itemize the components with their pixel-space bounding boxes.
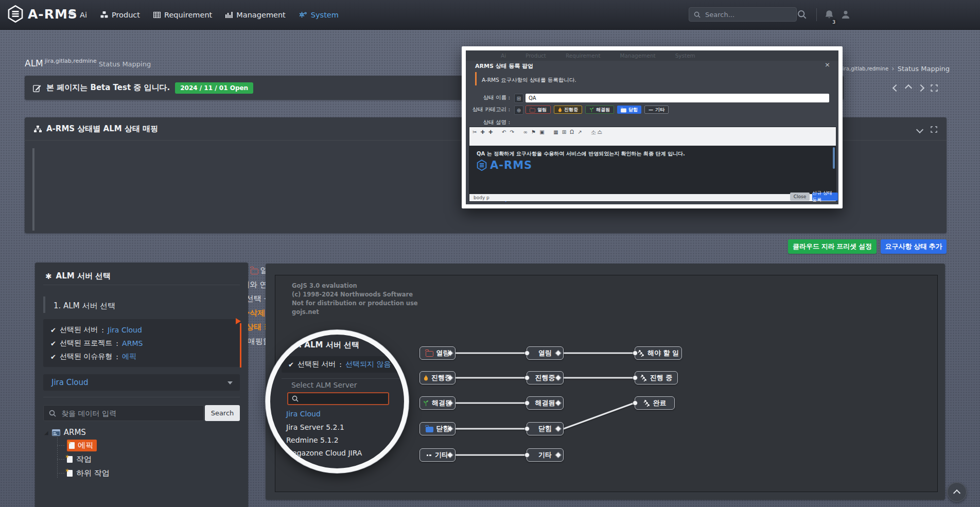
step-title: 1. ALM 서버 선택 <box>54 301 115 311</box>
magnifier-selected-row: ✔ 선택된 서버: 선택되지 않음 <box>288 360 391 369</box>
folder-open-red-icon <box>530 108 535 112</box>
popup-accent-bar <box>475 72 477 85</box>
tree-root-arms[interactable]: ◢ ARMS <box>44 428 86 437</box>
popup-modal: Ai Product Requirement Management System… <box>466 50 838 204</box>
tree-item-subtask[interactable]: 하위 작업 <box>67 468 110 478</box>
magnifier-server-option: Megazone Cloud JIRA <box>286 449 362 457</box>
search-icon <box>49 410 56 417</box>
tree-item-task[interactable]: 작업 <box>67 454 92 464</box>
beta-date-badge[interactable]: 2024 / 11 / 01 Open <box>175 82 253 94</box>
chevron-left-icon[interactable] <box>892 84 900 92</box>
node-status-etc[interactable]: 기타 <box>527 448 564 462</box>
breadcrumb-separator-icon: › <box>891 64 895 73</box>
chevron-up-icon[interactable] <box>905 84 912 92</box>
folder-closed-white-icon <box>621 108 626 112</box>
scroll-to-top-button[interactable] <box>947 482 967 502</box>
navbar-search[interactable] <box>689 7 797 22</box>
table-icon <box>153 12 161 18</box>
sidebar-title: ✱ ALM 서버 선택 <box>45 271 111 281</box>
jira-preset-button[interactable]: 클라우드 지라 프리셋 설정 <box>788 239 877 254</box>
folder-open-red-icon <box>426 351 433 357</box>
issuetype-page-icon <box>69 442 75 449</box>
search-icon <box>694 11 701 18</box>
tree-expander-icon[interactable]: ◢ <box>44 430 48 435</box>
divider <box>282 378 409 379</box>
asterisk-icon: ✱ <box>45 272 52 281</box>
info-panel-header-icons <box>917 126 937 133</box>
flame-icon <box>424 375 428 381</box>
node-category-etc[interactable]: 기타 <box>419 448 456 462</box>
status-category-label: 상태 카테고리 : <box>468 106 510 113</box>
collapse-chevron-icon[interactable] <box>916 126 923 133</box>
node-status-closed[interactable]: 닫힘 <box>527 422 564 435</box>
chip-etc: —기타 <box>644 106 669 114</box>
nav-label: Product <box>112 11 140 19</box>
popup-submit-button: 신규 상태 등록 <box>812 193 838 201</box>
notification-badge[interactable]: 3 <box>830 19 837 26</box>
main-menu: Ai Product Requirement Management System <box>68 0 339 29</box>
tree-guide-line <box>57 473 64 474</box>
search-input[interactable] <box>704 10 789 19</box>
add-status-button[interactable]: 요구사항 상태 추가 <box>881 239 947 254</box>
tree-search-input[interactable] <box>60 409 186 418</box>
nav-item-requirement[interactable]: Requirement <box>153 11 212 19</box>
node-category-progress[interactable]: 진행중 <box>419 371 456 384</box>
bar-chart-icon <box>225 12 233 18</box>
selected-tree-highlight: 에픽 <box>67 440 97 451</box>
editor-text: QA 는 정확하게 요구사항을 수용하여 서비스에 반영되었는지 확인하는 최종… <box>477 150 685 158</box>
node-status-resolved[interactable]: 해결됨 <box>527 396 564 410</box>
tree-search-box[interactable] <box>43 405 204 421</box>
category-chips: 열림 진행중 해결됨 닫힘 —기타 <box>526 106 669 114</box>
nav-item-system[interactable]: System <box>299 11 339 19</box>
popup-close-button: Close <box>790 193 810 201</box>
nav-label: Ai <box>80 11 87 19</box>
tree-item-epic[interactable]: 에픽 <box>67 440 97 451</box>
selected-issuetype-value: 에픽 <box>122 352 136 361</box>
magnifier-search-box <box>287 392 389 405</box>
flame-icon <box>558 107 562 112</box>
chevron-right-icon[interactable] <box>917 84 924 92</box>
expand-icon[interactable] <box>931 84 938 92</box>
sitemap-icon <box>34 126 42 132</box>
nav-item-ai[interactable]: Ai <box>68 11 87 19</box>
expand-icon[interactable] <box>931 126 937 133</box>
check-icon: ✔ <box>288 361 294 369</box>
nav-label: Management <box>236 11 286 19</box>
jira-status-arrows-icon <box>643 400 650 407</box>
node-category-resolved[interactable]: 해결됨 <box>419 396 456 410</box>
user-profile-icon[interactable] <box>841 10 850 21</box>
page-title: ALMjira,gitlab,redmineStatus Mapping <box>25 58 151 68</box>
node-jira-done[interactable]: 완료 <box>635 396 675 410</box>
brand[interactable]: A-RMS <box>7 5 78 23</box>
info-accent-bar <box>32 148 34 231</box>
node-status-progress[interactable]: 진행중 <box>527 371 564 384</box>
alm-server-sidebar: ✱ ALM 서버 선택 1. ALM 서버 선택 ✔ 선택된 서버: Jira … <box>35 263 248 507</box>
editor-content: QA 는 정확하게 요구사항을 수용하여 서비스에 반영되었는지 확인하는 최종… <box>469 146 836 194</box>
selected-server-row: ✔ 선택된 서버: Jira Cloud <box>50 325 142 335</box>
step-accent-bar <box>43 296 45 313</box>
app-root: A-RMS Ai Product Requirement Management … <box>0 0 980 507</box>
selected-server-value: Jira Cloud <box>108 326 142 334</box>
search-icon-button[interactable] <box>797 10 807 21</box>
editor-statusbar: body p <box>469 194 836 201</box>
magnifier-server-option: Jira Cloud <box>286 410 321 418</box>
node-jira-todo[interactable]: 해야 할 일 <box>635 346 682 360</box>
magnifier-step-title: 1. ALM 서버 선택 <box>293 340 359 350</box>
chip-resolved: 해결됨 <box>585 106 614 114</box>
breadcrumb: ALMjira,gitlab,redmine › Status Mapping <box>824 64 950 73</box>
nav-item-management[interactable]: Management <box>225 11 286 19</box>
node-category-open[interactable]: 열림 <box>419 346 456 360</box>
jira-status-arrows-icon <box>638 350 644 357</box>
tree-search-button[interactable]: Search <box>205 405 240 421</box>
status-name-input: QA <box>526 94 829 102</box>
chip-progress: 진행중 <box>554 106 582 114</box>
editor-toolbar-row1: ✂ ✚ ✚ ↶ ↷ ∞ ⚑ ▣ ▦ ⊞ Ω ↗ 소스 <box>472 128 833 136</box>
server-select-dropdown[interactable]: Jira Cloud <box>43 374 240 391</box>
node-jira-inprogress[interactable]: 진행 중 <box>635 371 678 384</box>
nav-item-product[interactable]: Product <box>100 11 140 19</box>
node-status-open[interactable]: 열림 <box>527 346 564 360</box>
ellipsis-icon <box>427 454 432 456</box>
chip-closed: 닫힘 <box>617 106 641 114</box>
annotation-line <box>240 323 241 368</box>
node-category-closed[interactable]: 닫힘 <box>419 422 456 435</box>
